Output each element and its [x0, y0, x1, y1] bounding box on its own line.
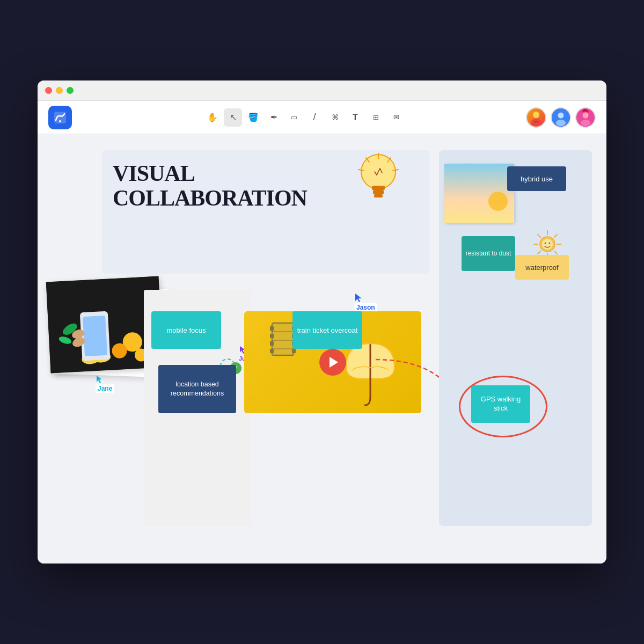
jason-cursor: Jason [354, 292, 377, 312]
sticky-location-based[interactable]: location based recommendations [158, 365, 236, 413]
shape-tool[interactable]: ⌘ [326, 108, 344, 127]
svg-rect-41 [292, 349, 296, 353]
sticky-resistant-to-dust[interactable]: resistant to dust [462, 236, 515, 271]
line-tool[interactable]: / [305, 108, 324, 127]
svg-point-7 [556, 120, 566, 126]
browser-titlebar [38, 80, 606, 101]
pen-tool[interactable]: ✒ [265, 108, 283, 127]
svg-point-56 [549, 243, 551, 244]
svg-rect-13 [373, 190, 384, 194]
sticky-train-ticket[interactable]: train ticket overcoat [292, 311, 362, 349]
svg-rect-37 [270, 349, 274, 353]
text-tool[interactable]: T [346, 108, 364, 127]
sky-photo [444, 164, 514, 223]
canvas-area[interactable]: VISUAL COLLABORATION [38, 134, 606, 564]
svg-point-4 [533, 112, 539, 118]
user-avatar-3[interactable] [575, 107, 596, 128]
svg-point-9 [583, 112, 589, 118]
table-tool[interactable]: ⊞ [367, 108, 385, 127]
jane-label: Jane [96, 384, 114, 393]
sticky-gps-walking-stick[interactable]: GPS walking stick [471, 385, 530, 423]
svg-rect-14 [374, 194, 383, 197]
svg-point-54 [542, 239, 553, 250]
traffic-light-red[interactable] [45, 87, 52, 94]
traffic-lights [45, 87, 74, 94]
app-logo[interactable] [48, 106, 72, 129]
svg-rect-36 [270, 341, 274, 346]
play-button[interactable] [319, 349, 346, 376]
eraser-tool[interactable]: ▭ [285, 108, 303, 127]
sticky-mobile-focus[interactable]: mobile focus [151, 311, 221, 349]
select-tool[interactable]: ↖ [224, 108, 242, 127]
app-toolbar: ✋ ↖ 🪣 ✒ ▭ / ⌘ T ⊞ ✉ [38, 101, 606, 134]
svg-point-52 [488, 192, 508, 211]
hand-tool[interactable]: ✋ [203, 108, 222, 127]
svg-rect-12 [372, 186, 385, 190]
user-avatar-2[interactable] [551, 107, 571, 128]
svg-line-62 [554, 251, 557, 254]
board-title: VISUAL COLLABORATION [113, 161, 307, 210]
toolbar-users [526, 107, 596, 128]
svg-point-10 [581, 120, 590, 126]
svg-line-61 [538, 235, 540, 237]
svg-rect-34 [270, 326, 274, 331]
svg-point-6 [558, 112, 564, 118]
user-avatar-1[interactable] [526, 107, 546, 128]
svg-rect-35 [270, 334, 274, 338]
jane-cursor: Jane [96, 375, 114, 564]
svg-line-64 [538, 251, 540, 254]
sticky-waterproof[interactable]: waterproof [515, 255, 569, 280]
svg-rect-51 [444, 164, 514, 223]
svg-point-55 [545, 243, 546, 244]
traffic-light-green[interactable] [67, 87, 74, 94]
toolbar-tools: ✋ ↖ 🪣 ✒ ▭ / ⌘ T ⊞ ✉ [83, 108, 526, 127]
comment-tool[interactable]: ✉ [387, 108, 405, 127]
lightbulb-decoration [354, 149, 402, 210]
browser-window: ✋ ↖ 🪣 ✒ ▭ / ⌘ T ⊞ ✉ [38, 80, 606, 564]
paint-tool[interactable]: 🪣 [244, 108, 262, 127]
traffic-light-yellow[interactable] [56, 87, 63, 94]
svg-point-1 [59, 120, 61, 122]
svg-line-63 [554, 235, 557, 237]
svg-rect-33 [272, 323, 294, 355]
sticky-hybrid-use[interactable]: hybrid use [507, 166, 566, 191]
jason-label: Jason [354, 303, 377, 312]
svg-rect-27 [83, 316, 107, 356]
